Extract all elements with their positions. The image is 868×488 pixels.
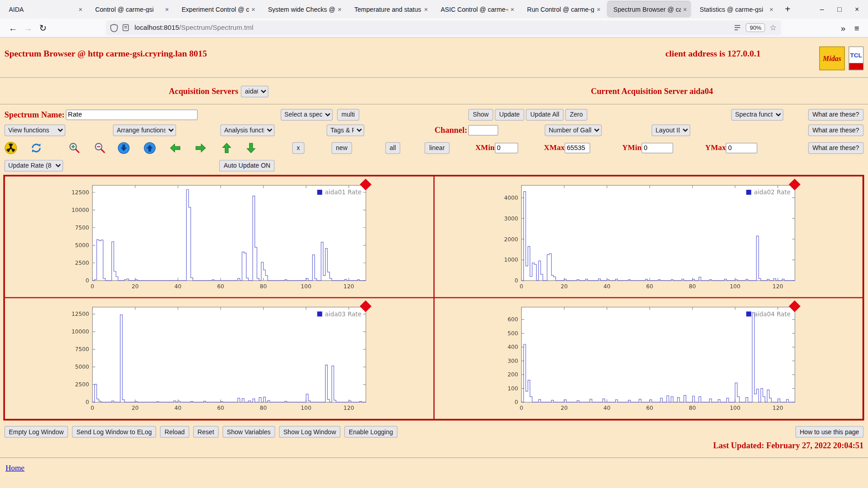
new-button[interactable]: new bbox=[331, 142, 352, 154]
tab-close-icon[interactable]: × bbox=[338, 5, 342, 13]
y-tick-label: 300 bbox=[508, 358, 518, 364]
reader-view-icon[interactable] bbox=[734, 24, 741, 32]
url-text[interactable]: localhost:8015/Spectrum/Spectrum.tml bbox=[135, 24, 734, 32]
last-updated-text: Last Updated: February 27, 2022 20:04:51 bbox=[713, 441, 864, 450]
tags-fits-dropdown[interactable]: Tags & Fits bbox=[326, 124, 364, 136]
url-domain: localhost:8015 bbox=[135, 24, 179, 32]
xmin-input[interactable] bbox=[495, 142, 518, 153]
zoom-in-button[interactable] bbox=[68, 141, 81, 154]
ymin-input[interactable] bbox=[642, 142, 673, 153]
pan-down-button[interactable] bbox=[245, 141, 257, 154]
show-button[interactable]: Show bbox=[468, 109, 493, 121]
minimize-button[interactable]: – bbox=[820, 5, 824, 13]
arrange-functions-dropdown[interactable]: Arrange functions bbox=[113, 124, 176, 136]
x-tick-label: 120 bbox=[344, 283, 354, 290]
tab-close-icon[interactable]: × bbox=[424, 5, 428, 13]
update-rate-dropdown[interactable]: Update Rate (8 secs) bbox=[5, 160, 63, 171]
tracking-protection-shield-icon[interactable] bbox=[110, 23, 118, 32]
x-projection-button[interactable]: x bbox=[292, 142, 305, 154]
ymin-label: YMin bbox=[622, 143, 642, 152]
chart-4[interactable]: 0204060801001200100200300400500600aida04… bbox=[496, 301, 800, 415]
tab-close-icon[interactable]: × bbox=[79, 5, 83, 13]
app-menu-button[interactable]: ≡ bbox=[854, 23, 859, 33]
y-tick-label: 0 bbox=[85, 277, 89, 284]
what-are-these-button-1[interactable]: What are these? bbox=[808, 109, 863, 121]
chart-3[interactable]: 02040608010012002500500075001000012500ai… bbox=[67, 301, 371, 415]
maximize-button[interactable]: □ bbox=[837, 5, 842, 13]
tab-close-icon[interactable]: × bbox=[683, 5, 687, 13]
tab-close-icon[interactable]: × bbox=[251, 5, 255, 13]
update-button[interactable]: Update bbox=[495, 109, 524, 121]
view-functions-dropdown[interactable]: View functions bbox=[5, 124, 66, 136]
reset-button[interactable]: Reset bbox=[193, 426, 218, 438]
pan-up-button[interactable] bbox=[220, 141, 233, 154]
zero-button[interactable]: Zero bbox=[566, 109, 588, 121]
analysis-functions-dropdown[interactable]: Analysis functions bbox=[220, 124, 274, 136]
new-tab-button[interactable]: + bbox=[781, 4, 795, 14]
home-link[interactable]: Home bbox=[5, 464, 24, 473]
scroll-down-button[interactable] bbox=[118, 141, 130, 154]
tab-close-icon[interactable]: × bbox=[510, 5, 514, 13]
bookmark-star-icon[interactable]: ☆ bbox=[770, 23, 777, 32]
show-log-window-button[interactable]: Show Log Window bbox=[279, 426, 340, 438]
xmax-input[interactable] bbox=[565, 142, 590, 153]
browser-tab[interactable]: AIDA× bbox=[3, 2, 85, 17]
number-of-galleries-dropdown[interactable]: Number of Galleries bbox=[545, 124, 602, 136]
spectrum-plot: 02040608010012002500500075001000012500ai… bbox=[67, 301, 371, 415]
select-spectrum-dropdown[interactable]: Select a spectrum bbox=[280, 109, 332, 121]
reload-button[interactable]: ↻ bbox=[35, 20, 50, 35]
tab-title: System wide Checks @ bbox=[268, 6, 335, 13]
spectra-functions-dropdown[interactable]: Spectra functions bbox=[731, 109, 783, 121]
y-tick-label: 3000 bbox=[504, 216, 518, 222]
spectrum-name-input[interactable] bbox=[66, 109, 197, 120]
pan-left-button[interactable] bbox=[169, 141, 181, 154]
what-are-these-button-2[interactable]: What are these? bbox=[808, 124, 863, 136]
scroll-up-button[interactable] bbox=[143, 141, 156, 154]
browser-tab[interactable]: System wide Checks @× bbox=[262, 2, 344, 17]
tab-close-icon[interactable]: × bbox=[165, 5, 169, 13]
show-variables-button[interactable]: Show Variables bbox=[222, 426, 275, 438]
y-tick-label: 2500 bbox=[75, 381, 89, 388]
close-button[interactable]: × bbox=[855, 5, 859, 13]
overflow-menu-button[interactable]: » bbox=[841, 23, 845, 33]
zoom-level-badge[interactable]: 90% bbox=[746, 23, 765, 32]
channel-input[interactable] bbox=[468, 125, 498, 135]
pan-right-button[interactable] bbox=[194, 141, 207, 154]
browser-tab[interactable]: Spectrum Browser @ ca× bbox=[608, 2, 690, 17]
browser-tab[interactable]: Control @ carme-gsi× bbox=[90, 2, 172, 17]
acquisition-server-select[interactable]: aida04 bbox=[241, 85, 269, 97]
tab-close-icon[interactable]: × bbox=[597, 5, 601, 13]
chart-2[interactable]: 02040608010012001000200030004000aida02 R… bbox=[496, 180, 800, 294]
radioactive-source-button[interactable] bbox=[5, 141, 17, 154]
what-are-these-button-3[interactable]: What are these? bbox=[808, 142, 863, 154]
back-button[interactable]: ← bbox=[5, 20, 20, 35]
tab-close-icon[interactable]: × bbox=[769, 5, 774, 13]
enable-logging-button[interactable]: Enable Logging bbox=[344, 426, 397, 438]
browser-tab[interactable]: ASIC Control @ carme-g× bbox=[435, 2, 517, 17]
send-log-window-to-elog-button[interactable]: Send Log Window to ELog bbox=[72, 426, 156, 438]
refresh-icon bbox=[30, 141, 42, 154]
reload-button[interactable]: Reload bbox=[160, 426, 189, 438]
layout-id-dropdown[interactable]: Layout ID=1 bbox=[651, 124, 690, 136]
multi-button[interactable]: multi bbox=[337, 109, 359, 121]
current-server-text: Current Acquisition Server aida04 bbox=[591, 87, 713, 96]
site-info-icon[interactable] bbox=[122, 24, 129, 32]
all-button[interactable]: all bbox=[385, 142, 401, 154]
xmin-label: XMin bbox=[475, 143, 495, 152]
forward-button[interactable]: → bbox=[20, 20, 35, 35]
update-all-button[interactable]: Update All bbox=[526, 109, 564, 121]
zoom-out-button[interactable] bbox=[94, 141, 106, 154]
how-to-use-button[interactable]: How to use this page bbox=[795, 426, 863, 438]
browser-tab[interactable]: Statistics @ carme-gsi× bbox=[694, 2, 777, 17]
refresh-button[interactable] bbox=[30, 141, 42, 154]
divider bbox=[0, 458, 868, 459]
chart-1[interactable]: 02040608010012002500500075001000012500ai… bbox=[67, 180, 371, 294]
ymax-input[interactable] bbox=[726, 142, 758, 153]
browser-tab[interactable]: Run Control @ carme-g× bbox=[521, 2, 604, 17]
browser-tab[interactable]: Temperature and status× bbox=[349, 2, 431, 17]
linear-button[interactable]: linear bbox=[425, 142, 449, 154]
auto-update-button[interactable]: Auto Update ON bbox=[219, 160, 275, 171]
empty-log-window-button[interactable]: Empty Log Window bbox=[5, 426, 68, 438]
browser-tab[interactable]: Experiment Control @ c× bbox=[176, 2, 258, 17]
url-bar[interactable]: localhost:8015/Spectrum/Spectrum.tml 90%… bbox=[106, 20, 781, 35]
